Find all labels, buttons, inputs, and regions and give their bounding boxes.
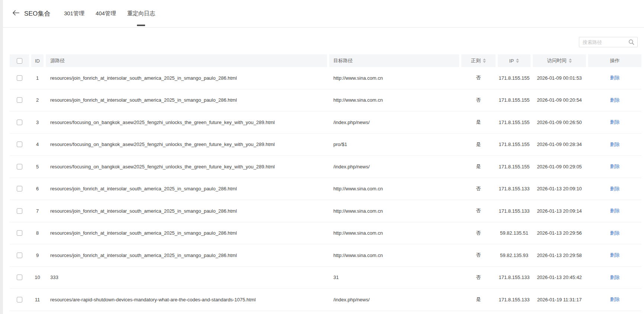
header-cell-visit-time: 访问时间 (533, 54, 586, 67)
cell-id: 9 (31, 253, 44, 258)
cell-regex: 否 (461, 274, 496, 281)
cell-target-path: /index.php/news/ (329, 297, 459, 302)
cell-source-path: resources/join_fonrich_at_intersolar_sou… (46, 97, 327, 103)
cell-ip: 171.8.155.155 (498, 75, 531, 81)
delete-link[interactable]: 删除 (610, 74, 620, 81)
header-cell-regex: 正则 (461, 54, 496, 67)
cell-target-path: http://www.sina.com.cn (329, 253, 459, 258)
delete-link[interactable]: 删除 (610, 207, 620, 214)
cell-id: 3 (31, 120, 44, 125)
column-label-target: 目标路径 (333, 57, 353, 64)
cell-regex: 否 (461, 97, 496, 104)
cell-visit-time: 2026-01-13 20:09:10 (533, 186, 586, 191)
delete-link[interactable]: 删除 (610, 163, 620, 170)
row-checkbox[interactable] (17, 275, 22, 280)
sort-asc-icon (569, 58, 572, 60)
column-label-source: 源路径 (50, 57, 65, 64)
cell-id: 4 (31, 142, 44, 147)
delete-link[interactable]: 删除 (610, 296, 620, 303)
cell-visit-time: 2026-01-09 00:26:50 (533, 120, 586, 125)
row-checkbox[interactable] (17, 75, 22, 81)
delete-link[interactable]: 删除 (610, 141, 620, 148)
cell-target-path: http://www.sina.com.cn (329, 75, 459, 81)
cell-source-path: resources/join_fonrich_at_intersolar_sou… (46, 186, 327, 191)
sort-desc-icon (569, 61, 572, 63)
page-title: SEO集合 (24, 9, 51, 18)
delete-link[interactable]: 删除 (610, 185, 620, 192)
cell-ip: 59.82.135.93 (498, 253, 531, 258)
header-cell-target-path: 目标路径 (329, 54, 459, 67)
sort-toggle-ip[interactable] (516, 58, 519, 63)
cell-id: 5 (31, 164, 44, 169)
table-row: 10 333 31 否 171.8.155.133 2026-01-13 20:… (10, 267, 641, 289)
cell-ip: 171.8.155.155 (498, 164, 531, 169)
row-checkbox[interactable] (17, 297, 22, 302)
cell-visit-time: 2026-01-09 00:28:34 (533, 142, 586, 147)
tab-bar: 301管理 404管理 重定向日志 (64, 0, 155, 28)
back-arrow-icon (12, 10, 19, 17)
tab-redirect-log[interactable]: 重定向日志 (127, 0, 155, 28)
sort-toggle-regex[interactable] (483, 58, 486, 63)
cell-regex: 是 (461, 296, 496, 303)
cell-target-path: http://www.sina.com.cn (329, 230, 459, 236)
table-row: 1 resources/join_fonrich_at_intersolar_s… (10, 67, 641, 89)
header-cell-checkbox (10, 54, 29, 67)
sort-asc-icon (483, 58, 486, 60)
table-row: 8 resources/join_fonrich_at_intersolar_s… (10, 222, 641, 245)
row-checkbox[interactable] (17, 164, 22, 169)
column-label-id: ID (35, 58, 40, 64)
active-tab-indicator (137, 25, 145, 26)
row-checkbox[interactable] (17, 230, 22, 236)
redirect-log-table: ID 源路径 目标路径 正则 IP 访问时间 操作 (10, 54, 641, 311)
cell-id: 1 (31, 75, 44, 81)
delete-link[interactable]: 删除 (610, 119, 620, 126)
delete-link[interactable]: 删除 (610, 230, 620, 237)
cell-visit-time: 2026-01-13 20:29:58 (533, 253, 586, 258)
cell-visit-time: 2026-01-13 20:45:42 (533, 275, 586, 280)
search-input[interactable] (579, 39, 628, 45)
header-cell-source-path: 源路径 (46, 54, 327, 67)
row-checkbox[interactable] (17, 120, 22, 125)
cell-ip: 171.8.155.155 (498, 120, 531, 125)
delete-link[interactable]: 删除 (610, 252, 620, 259)
seo-redirect-log-page: SEO集合 301管理 404管理 重定向日志 (0, 0, 644, 314)
table-row: 3 resources/focusing_on_bangkok_asew2025… (10, 111, 641, 134)
tab-404-management[interactable]: 404管理 (96, 0, 116, 28)
header-cell-id: ID (31, 54, 44, 67)
cell-regex: 否 (461, 207, 496, 214)
cell-ip: 171.8.155.133 (498, 186, 531, 191)
tab-label: 重定向日志 (127, 10, 155, 17)
search-icon[interactable] (628, 39, 634, 45)
select-all-checkbox[interactable] (17, 58, 22, 64)
cell-ip: 171.8.155.155 (498, 97, 531, 103)
sort-desc-icon (516, 61, 519, 63)
row-checkbox[interactable] (17, 97, 22, 103)
cell-regex: 是 (461, 141, 496, 148)
cell-id: 10 (31, 275, 44, 280)
header-cell-action: 操作 (588, 54, 641, 67)
row-checkbox[interactable] (17, 253, 22, 258)
cell-id: 6 (31, 186, 44, 191)
cell-source-path: resources/join_fonrich_at_intersolar_sou… (46, 230, 327, 236)
row-checkbox[interactable] (17, 208, 22, 214)
cell-source-path: resources/focusing_on_bangkok_asew2025_f… (46, 142, 327, 147)
delete-link[interactable]: 删除 (610, 97, 620, 104)
cell-id: 2 (31, 97, 44, 103)
row-checkbox[interactable] (17, 186, 22, 191)
search-box (579, 37, 638, 47)
cell-regex: 否 (461, 252, 496, 259)
cell-regex: 是 (461, 119, 496, 126)
tab-301-management[interactable]: 301管理 (64, 0, 84, 28)
table-row: 2 resources/join_fonrich_at_intersolar_s… (10, 89, 641, 112)
sort-toggle-visit-time[interactable] (569, 58, 572, 63)
cell-visit-time: 2026-01-09 00:01:53 (533, 75, 586, 81)
delete-link[interactable]: 删除 (610, 274, 620, 281)
cell-regex: 否 (461, 185, 496, 192)
cell-target-path: http://www.sina.com.cn (329, 97, 459, 103)
cell-target-path: http://www.sina.com.cn (329, 186, 459, 191)
table-row: 6 resources/join_fonrich_at_intersolar_s… (10, 178, 641, 200)
row-checkbox[interactable] (17, 142, 22, 147)
cell-ip: 171.8.155.133 (498, 297, 531, 302)
back-button[interactable] (12, 10, 19, 17)
table-body: 1 resources/join_fonrich_at_intersolar_s… (10, 67, 641, 311)
